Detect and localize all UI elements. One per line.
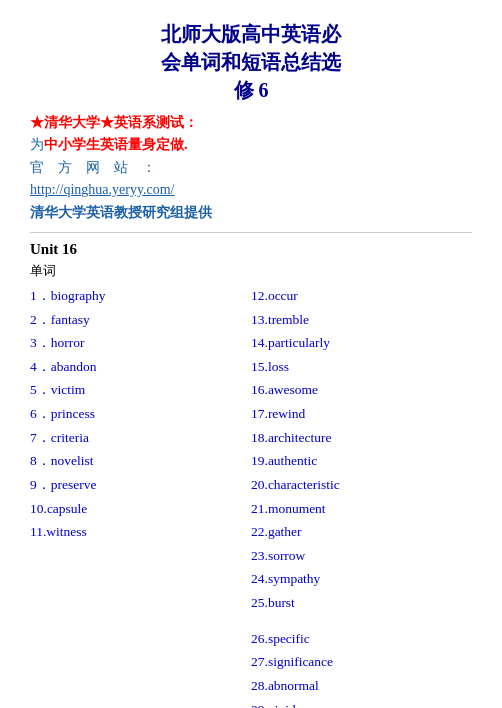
list-item: 18.architecture [251, 426, 472, 450]
list-item: 19.authentic [251, 449, 472, 473]
promo-blue-prefix: 为 [30, 137, 44, 152]
left-column: 1．biography2．fantasy3．horror4．abandon5．v… [30, 284, 251, 708]
list-item: 11.witness [30, 520, 241, 544]
list-item: 26.specific [251, 627, 472, 651]
list-item: 12.occur [251, 284, 472, 308]
list-item: 1．biography [30, 284, 241, 308]
promo-url[interactable]: http://qinghua.yeryy.com/ [30, 182, 175, 197]
list-item: 2．fantasy [30, 308, 241, 332]
right-column: 12.occur13.tremble14.particularly15.loss… [251, 284, 472, 708]
list-item: 7．criteria [30, 426, 241, 450]
list-item: 27.significance [251, 650, 472, 674]
list-item: 4．abandon [30, 355, 241, 379]
promo-link[interactable]: http://qinghua.yeryy.com/ [30, 179, 472, 201]
list-item: 28.abnormal [251, 674, 472, 698]
divider [30, 232, 472, 233]
list-item: 6．princess [30, 402, 241, 426]
list-item: 29.vivid [251, 698, 472, 708]
list-item: 16.awesome [251, 378, 472, 402]
promo-red-text: ★清华大学★英语系测试： [30, 115, 198, 130]
list-item: 20.characteristic [251, 473, 472, 497]
title-line3: 修 6 [30, 76, 472, 104]
list-item: 14.particularly [251, 331, 472, 355]
list-item: 15.loss [251, 355, 472, 379]
title-line2: 会单词和短语总结选 [30, 48, 472, 76]
list-item: 13.tremble [251, 308, 472, 332]
promo-line1: ★清华大学★英语系测试： [30, 112, 472, 134]
list-item: 3．horror [30, 331, 241, 355]
list-item: 8．novelist [30, 449, 241, 473]
section-label: 单词 [30, 262, 472, 280]
promo-line2: 为中小学生英语量身定做. [30, 134, 472, 156]
promo-bold-text: 中小学生英语量身定做. [44, 137, 188, 152]
unit-title: Unit 16 [30, 241, 472, 258]
list-item: 5．victim [30, 378, 241, 402]
promo-block: ★清华大学★英语系测试： 为中小学生英语量身定做. 官 方 网 站 ： http… [30, 112, 472, 224]
words-container: 1．biography2．fantasy3．horror4．abandon5．v… [30, 284, 472, 708]
list-item: 24.sympathy [251, 567, 472, 591]
list-item: 21.monument [251, 497, 472, 521]
list-item: 9．preserve [30, 473, 241, 497]
list-item: 22.gather [251, 520, 472, 544]
list-item: 25.burst [251, 591, 472, 615]
list-item: 10.capsule [30, 497, 241, 521]
title-block: 北师大版高中英语必 会单词和短语总结选 修 6 [30, 20, 472, 104]
promo-line3: 官 方 网 站 ： [30, 157, 472, 179]
list-item: 17.rewind [251, 402, 472, 426]
title-line1: 北师大版高中英语必 [30, 20, 472, 48]
promo-group: 清华大学英语教授研究组提供 [30, 202, 472, 224]
list-item: 23.sorrow [251, 544, 472, 568]
